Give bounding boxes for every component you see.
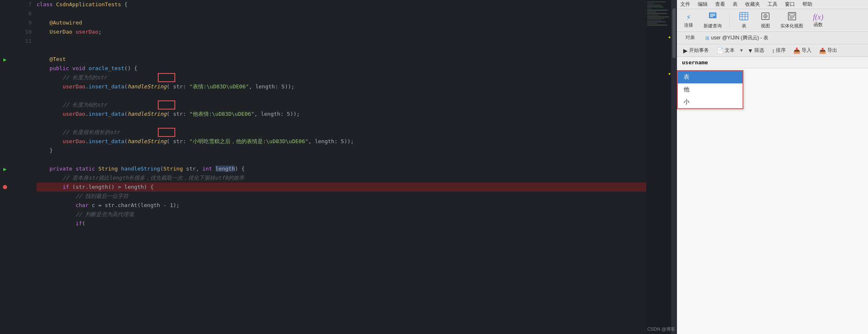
text-button[interactable]: 📄 文本	[714, 46, 738, 55]
line-num-8: 8	[28, 9, 32, 18]
code-content[interactable]: class CsdnApplicationTests { @Autowired …	[35, 0, 646, 334]
gutter-icon-error	[0, 183, 10, 192]
line-num-10: 10	[25, 27, 32, 37]
menu-edit[interactable]: 编辑	[698, 1, 708, 8]
db-toolbar: ⚡ 连接 新建查询 表 视图 实体化视图	[677, 9, 868, 32]
code-line-21: if (str.length() > length) {	[37, 183, 646, 192]
menu-tools[interactable]: 工具	[767, 1, 777, 8]
gutter-icon-15	[0, 128, 10, 137]
column-header: username	[677, 57, 868, 68]
gutter-icon-6	[0, 46, 10, 55]
gutter-icon-8	[0, 64, 10, 73]
scrollbar-thumb[interactable]	[672, 8, 676, 58]
code-line-22: // 找到最后一位字符	[37, 192, 646, 201]
db-content: username 表 他 小	[677, 57, 868, 334]
menu-favorites[interactable]: 收藏夹	[745, 1, 760, 8]
code-line-8: public void oracle_test() {	[37, 64, 646, 73]
csdn-watermark: CSDN @博客	[647, 326, 675, 332]
table-button[interactable]: 表	[736, 11, 752, 30]
code-line-15: // 长度很长很长的str	[37, 128, 646, 137]
toolbar-divider-1	[729, 13, 730, 28]
svg-rect-13	[790, 14, 794, 16]
code-line-20: // 若本身str就比length长很多，优先截取一次，优化下面转utf8的效率	[37, 173, 646, 183]
gutter-icon-13	[0, 110, 10, 119]
materialized-view-button[interactable]: 实体化视图	[779, 11, 805, 30]
gutter-icon-24	[0, 210, 10, 219]
materialized-view-label: 实体化视图	[780, 23, 803, 29]
code-line-10: userDao.insert_data(handleString( str: "…	[37, 82, 646, 91]
menu-view[interactable]: 查看	[715, 1, 725, 8]
code-line-19: private static String handleString(Strin…	[37, 164, 646, 173]
gutter-icon-25	[0, 219, 10, 228]
code-line-17: }	[37, 146, 646, 155]
menu-table[interactable]: 表	[733, 1, 738, 8]
code-line-23: char c = str.charAt(length - 1);	[37, 201, 646, 210]
table-icon	[739, 12, 748, 22]
tab-objects[interactable]: 对象	[680, 32, 700, 44]
code-line-7: @Test	[37, 55, 646, 64]
export-label: 导出	[827, 47, 837, 54]
svg-point-11	[765, 16, 766, 17]
code-line-3: @Autowired	[37, 18, 646, 27]
gutter-icon-2	[0, 9, 10, 18]
materialized-view-icon	[787, 12, 797, 22]
svg-rect-4	[740, 12, 748, 20]
table-tab-label: user @YIJIN (腾讯云) - 表	[711, 34, 768, 41]
filter-icon: ▼	[748, 47, 753, 54]
view-button[interactable]: 视图	[757, 11, 774, 30]
dropdown-item-2[interactable]: 小	[678, 96, 743, 108]
start-transaction-button[interactable]: ▶ 开始事务	[680, 46, 712, 55]
line-num-7: 7	[28, 0, 32, 9]
editor-scrollbar[interactable]	[671, 0, 677, 334]
filter-label: 筛选	[754, 47, 764, 54]
gutter-icon-22	[0, 192, 10, 201]
connect-button[interactable]: ⚡ 连接	[680, 12, 697, 29]
code-line-18	[37, 155, 646, 164]
code-line-25: if(	[37, 219, 646, 228]
function-icon: f(x)	[813, 13, 824, 21]
text-icon: 📄	[716, 47, 723, 54]
gutter-icon-1	[0, 0, 10, 9]
gutter-icon-4	[0, 27, 10, 37]
code-line-9: // 长度为5的str	[37, 73, 646, 82]
dropdown-item-0[interactable]: 表	[678, 71, 743, 83]
connect-label: 连接	[684, 22, 693, 28]
gutter-icon-17	[0, 146, 10, 155]
dropdown-menu[interactable]: 表 他 小	[677, 70, 743, 109]
code-line-11	[37, 91, 646, 100]
start-transaction-icon: ▶	[683, 47, 688, 54]
code-line-1: class CsdnApplicationTests {	[37, 0, 646, 9]
export-icon: 📤	[819, 47, 826, 54]
code-editor: ▶ ▶	[0, 0, 677, 334]
gutter-icon-20	[0, 173, 10, 183]
dropdown-item-1[interactable]: 他	[678, 83, 743, 96]
start-transaction-label: 开始事务	[689, 47, 709, 54]
menu-file[interactable]: 文件	[680, 1, 690, 8]
filter-button[interactable]: ▼ 筛选	[745, 46, 767, 55]
new-query-button[interactable]: 新建查询	[702, 11, 723, 30]
gutter-icon-14	[0, 119, 10, 128]
code-line-4: UserDao userDao;	[37, 27, 646, 37]
new-query-icon	[708, 12, 717, 22]
export-button[interactable]: 📤 导出	[816, 46, 840, 55]
menu-window[interactable]: 窗口	[785, 1, 795, 8]
gutter-icon-11	[0, 91, 10, 100]
sort-button[interactable]: ↕ 排序	[769, 46, 789, 55]
db-panel: 文件 编辑 查看 表 收藏夹 工具 窗口 帮助 ⚡ 连接 新建查询 表	[677, 0, 868, 334]
line-num-9: 9	[28, 18, 32, 27]
sort-icon: ↕	[772, 47, 775, 54]
gutter-icon-12	[0, 100, 10, 110]
gutter-icon-23	[0, 201, 10, 210]
import-icon: 📥	[793, 47, 800, 54]
import-button[interactable]: 📥 导入	[790, 46, 814, 55]
code-line-5	[37, 37, 646, 46]
line-numbers: 7 8 9 10 11	[10, 0, 35, 334]
sort-label: 排序	[776, 47, 786, 54]
menu-help[interactable]: 帮助	[802, 1, 812, 8]
view-icon	[761, 12, 770, 22]
code-line-6	[37, 46, 646, 55]
code-line-14	[37, 119, 646, 128]
tab-table-title[interactable]: ⊞ user @YIJIN (腾讯云) - 表	[700, 32, 773, 44]
function-button[interactable]: f(x) 函数	[810, 12, 826, 29]
gutter-icon-16	[0, 137, 10, 146]
